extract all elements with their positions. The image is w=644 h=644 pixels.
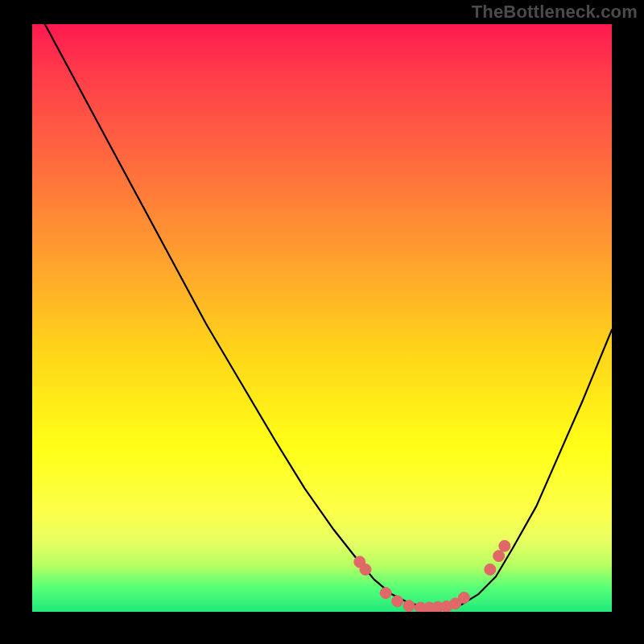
plot-area xyxy=(32,24,612,612)
marker-dot xyxy=(485,564,496,575)
marker-dot xyxy=(499,540,510,551)
marker-dot xyxy=(360,564,371,575)
marker-dot xyxy=(392,596,403,607)
marker-dot xyxy=(380,588,391,599)
curve-path xyxy=(32,24,612,608)
chart-svg xyxy=(32,24,612,612)
watermark-text: TheBottleneck.com xyxy=(472,2,638,23)
marker-dots xyxy=(354,540,510,612)
marker-dot xyxy=(458,592,469,603)
marker-dot xyxy=(493,551,505,562)
chart-frame: TheBottleneck.com xyxy=(0,0,644,644)
marker-dot xyxy=(403,601,415,612)
